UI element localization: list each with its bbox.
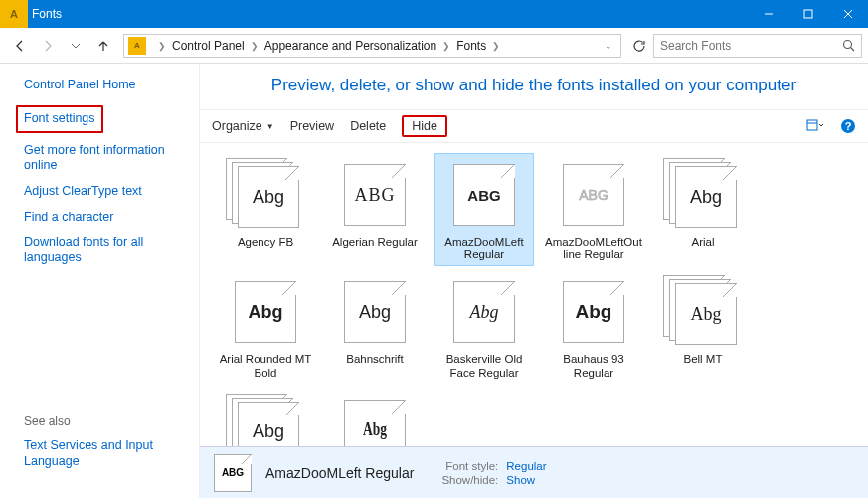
font-thumbnail: Abg xyxy=(663,275,743,347)
see-also-label: See also xyxy=(24,415,189,428)
font-name-label: Bauhaus 93 Regular xyxy=(545,353,642,379)
maximize-button[interactable] xyxy=(788,0,828,28)
cleartype-link[interactable]: Adjust ClearType text xyxy=(24,184,189,200)
chevron-right-icon[interactable]: ❯ xyxy=(436,41,456,51)
font-thumbnail: Abg xyxy=(335,275,415,347)
svg-rect-6 xyxy=(807,120,817,130)
font-card[interactable]: ABGAmazDooMLeft Regular xyxy=(434,153,534,266)
recent-dropdown[interactable] xyxy=(62,32,89,60)
font-name-label: Arial Rounded MT Bold xyxy=(217,353,314,379)
search-input[interactable] xyxy=(660,39,842,53)
breadcrumb-control-panel[interactable]: Control Panel xyxy=(172,39,245,53)
search-box[interactable] xyxy=(653,34,862,58)
font-thumbnail: ABG xyxy=(335,158,415,230)
control-panel-home-link[interactable]: Control Panel Home xyxy=(24,78,189,91)
toolbar: Organize▼ Preview Delete Hide ? xyxy=(200,109,868,143)
font-thumbnail: Abg xyxy=(663,158,743,230)
font-card[interactable]: AbgBaskerville Old Face Regular xyxy=(434,270,534,384)
status-font-name: AmazDooMLeft Regular xyxy=(265,465,414,481)
font-name-label: Agency FB xyxy=(217,236,314,249)
status-style-label: Font style: xyxy=(441,460,498,472)
sidebar: Control Panel Home Font settings Get mor… xyxy=(0,64,199,498)
font-thumbnail: Abg xyxy=(335,394,415,446)
font-thumbnail: ABG xyxy=(554,158,633,230)
titlebar: A Fonts xyxy=(0,0,868,28)
search-icon[interactable] xyxy=(842,39,855,52)
hide-button[interactable]: Hide xyxy=(412,119,437,133)
font-name-label: Algerian Regular xyxy=(326,236,424,249)
font-thumbnail: Abg xyxy=(226,275,305,347)
delete-button[interactable]: Delete xyxy=(350,119,386,133)
font-card[interactable]: AbgBell MT xyxy=(653,270,753,384)
font-card[interactable]: AbgAgency FB xyxy=(216,153,315,266)
chevron-right-icon[interactable]: ❯ xyxy=(486,41,506,51)
status-style-value[interactable]: Regular xyxy=(506,460,546,472)
font-card[interactable]: AbgArial Rounded MT Bold xyxy=(216,270,315,384)
font-card[interactable]: AbgArial xyxy=(653,153,753,266)
more-font-info-link[interactable]: Get more font information online xyxy=(24,143,189,174)
status-show-value[interactable]: Show xyxy=(506,474,546,486)
font-name-label: Arial xyxy=(654,236,752,249)
fonts-folder-icon: A xyxy=(0,0,28,28)
close-button[interactable] xyxy=(828,0,868,28)
highlight-font-settings: Font settings xyxy=(16,105,103,133)
help-button[interactable]: ? xyxy=(840,118,856,134)
font-name-label: Bahnschrift xyxy=(326,353,424,366)
page-heading: Preview, delete, or show and hide the fo… xyxy=(200,64,868,109)
breadcrumb-appearance[interactable]: Appearance and Personalization xyxy=(264,39,436,53)
up-button[interactable] xyxy=(89,32,117,60)
minimize-button[interactable] xyxy=(749,0,788,28)
font-thumbnail: Abg xyxy=(444,275,524,347)
font-name-label: AmazDooMLeftOutline Regular xyxy=(545,236,642,261)
font-thumbnail: Abg xyxy=(226,158,305,230)
font-card[interactable]: ABGAlgerian Regular xyxy=(325,153,425,266)
font-card[interactable]: AbgBahnschrift xyxy=(325,270,425,384)
organize-button[interactable]: Organize▼ xyxy=(212,119,274,133)
find-character-link[interactable]: Find a character xyxy=(24,210,189,226)
font-card[interactable]: ABGAmazDooMLeftOutline Regular xyxy=(544,153,643,266)
svg-line-5 xyxy=(851,48,855,52)
font-card[interactable]: AbgBernard MT Condensed xyxy=(325,389,425,446)
font-card[interactable]: AbgBauhaus 93 Regular xyxy=(544,270,643,384)
status-thumbnail: ABG xyxy=(214,454,252,492)
status-bar: ABG AmazDooMLeft Regular Font style: Reg… xyxy=(200,446,868,498)
svg-rect-1 xyxy=(804,10,812,18)
font-card[interactable]: AbgBerlin Sans FB xyxy=(216,389,315,446)
window-title: Fonts xyxy=(32,7,749,21)
back-button[interactable] xyxy=(6,32,34,60)
font-thumbnail: Abg xyxy=(554,275,633,347)
highlight-hide: Hide xyxy=(402,115,447,137)
address-field[interactable]: A ❯ Control Panel ❯ Appearance and Perso… xyxy=(123,34,621,58)
font-settings-link[interactable]: Font settings xyxy=(24,111,95,127)
fonts-icon: A xyxy=(128,37,146,55)
font-name-label: AmazDooMLeft Regular xyxy=(435,236,533,261)
font-thumbnail: ABG xyxy=(444,158,524,230)
svg-point-4 xyxy=(844,41,852,49)
preview-button[interactable]: Preview xyxy=(290,119,334,133)
status-show-label: Show/hide: xyxy=(441,474,498,486)
view-options-button[interactable] xyxy=(806,119,824,133)
chevron-right-icon[interactable]: ❯ xyxy=(152,41,172,51)
forward-button[interactable] xyxy=(34,32,62,60)
refresh-button[interactable] xyxy=(627,32,651,60)
svg-text:?: ? xyxy=(845,120,852,132)
text-services-link[interactable]: Text Services and Input Language xyxy=(24,438,189,469)
chevron-right-icon[interactable]: ❯ xyxy=(245,41,264,51)
font-thumbnail: Abg xyxy=(226,394,305,446)
main-panel: Preview, delete, or show and hide the fo… xyxy=(199,64,868,498)
chevron-down-icon: ▼ xyxy=(266,122,274,131)
font-name-label: Bell MT xyxy=(654,353,752,366)
breadcrumb-fonts[interactable]: Fonts xyxy=(456,39,486,53)
address-bar: A ❯ Control Panel ❯ Appearance and Perso… xyxy=(0,28,868,64)
font-grid: AbgAgency FBABGAlgerian RegularABGAmazDo… xyxy=(200,143,868,446)
address-dropdown-icon[interactable]: ⌄ xyxy=(601,41,616,51)
download-fonts-link[interactable]: Download fonts for all languages xyxy=(24,235,189,265)
font-name-label: Baskerville Old Face Regular xyxy=(435,353,533,379)
